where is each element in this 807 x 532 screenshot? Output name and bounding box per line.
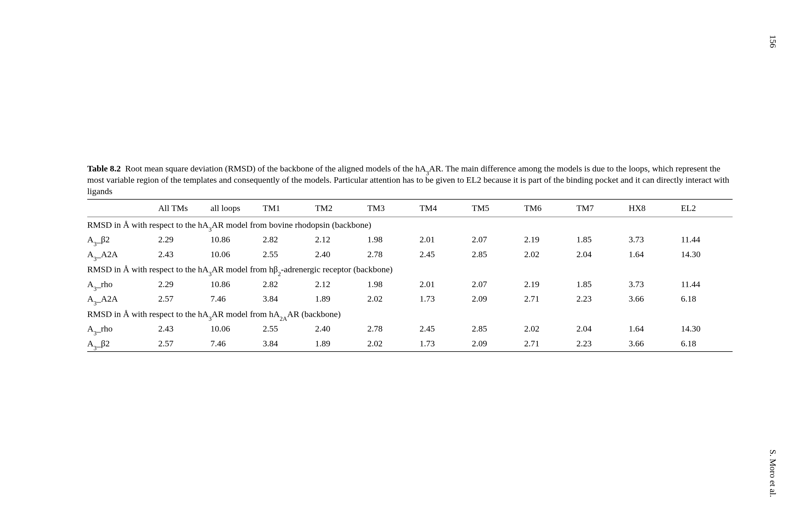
cell-value: 11.44 [681, 232, 733, 247]
cell-value: 2.19 [524, 277, 577, 292]
table-caption: Table 8.2 Root mean square deviation (RM… [87, 163, 733, 197]
cell-value: 2.01 [419, 232, 472, 247]
section-title: RMSD in Å with respect to the hA3AR mode… [87, 262, 733, 277]
table-body: RMSD in Å with respect to the hA3AR mode… [87, 217, 733, 352]
cell-value: 2.85 [472, 247, 524, 262]
cell-value: 2.02 [367, 336, 419, 352]
cell-value: 2.23 [577, 291, 629, 306]
col-header: TM2 [315, 199, 368, 217]
cell-value: 2.57 [158, 336, 210, 352]
cell-value: 2.09 [472, 291, 524, 306]
cell-value: 2.82 [263, 232, 315, 247]
col-header: TM1 [263, 199, 315, 217]
table-row: A3_β22.2910.862.822.121.982.012.072.191.… [87, 232, 733, 247]
table-row: A3_A2A2.4310.062.552.402.782.452.852.022… [87, 247, 733, 262]
cell-value: 1.64 [629, 247, 681, 262]
cell-value: 3.66 [629, 291, 681, 306]
cell-value: 2.02 [524, 247, 577, 262]
cell-value: 1.89 [315, 336, 368, 352]
cell-value: 14.30 [681, 247, 733, 262]
col-header: All TMs [158, 199, 210, 217]
cell-value: 2.45 [419, 247, 472, 262]
cell-value: 2.12 [315, 277, 368, 292]
cell-value: 2.85 [472, 321, 524, 336]
cell-value: 3.73 [629, 277, 681, 292]
cell-value: 2.07 [472, 232, 524, 247]
cell-value: 2.43 [158, 247, 210, 262]
cell-value: 2.09 [472, 336, 524, 352]
col-header [87, 199, 158, 217]
col-header: TM3 [367, 199, 419, 217]
section-title-row: RMSD in Å with respect to the hA3AR mode… [87, 306, 733, 322]
cell-value: 2.57 [158, 291, 210, 306]
table-row: A3_rho2.2910.862.822.121.982.012.072.191… [87, 277, 733, 292]
row-label: A3_A2A [87, 247, 158, 262]
table-row: A3_rho2.4310.062.552.402.782.452.852.022… [87, 321, 733, 336]
cell-value: 2.02 [524, 321, 577, 336]
col-header: TM5 [472, 199, 524, 217]
rmsd-table: All TMs all loops TM1 TM2 TM3 TM4 TM5 TM… [87, 199, 733, 352]
row-label: A3_A2A [87, 291, 158, 306]
table-block: Table 8.2 Root mean square deviation (RM… [87, 163, 733, 352]
cell-value: 3.84 [263, 336, 315, 352]
cell-value: 14.30 [681, 321, 733, 336]
table-caption-text: Root mean square deviation (RMSD) of the… [87, 164, 729, 196]
cell-value: 2.01 [419, 277, 472, 292]
section-title: RMSD in Å with respect to the hA3AR mode… [87, 306, 733, 322]
col-header: EL2 [681, 199, 733, 217]
row-label: A3_β2 [87, 336, 158, 352]
cell-value: 2.78 [367, 321, 419, 336]
cell-value: 1.98 [367, 232, 419, 247]
cell-value: 3.73 [629, 232, 681, 247]
cell-value: 3.66 [629, 336, 681, 352]
cell-value: 2.12 [315, 232, 368, 247]
cell-value: 1.98 [367, 277, 419, 292]
cell-value: 2.45 [419, 321, 472, 336]
cell-value: 7.46 [210, 336, 263, 352]
table-label: Table 8.2 [87, 164, 121, 173]
running-author: S. Moro et al. [768, 450, 778, 497]
cell-value: 2.04 [577, 321, 629, 336]
page-number: 156 [768, 35, 778, 48]
cell-value: 6.18 [681, 291, 733, 306]
row-label: A3_rho [87, 321, 158, 336]
cell-value: 2.40 [315, 321, 368, 336]
cell-value: 10.06 [210, 321, 263, 336]
cell-value: 2.71 [524, 291, 577, 306]
col-header: HX8 [629, 199, 681, 217]
cell-value: 2.29 [158, 277, 210, 292]
cell-value: 7.46 [210, 291, 263, 306]
table-row: A3_β22.577.463.841.892.021.732.092.712.2… [87, 336, 733, 352]
cell-value: 10.86 [210, 232, 263, 247]
cell-value: 2.40 [315, 247, 368, 262]
section-title-row: RMSD in Å with respect to the hA3AR mode… [87, 217, 733, 232]
cell-value: 1.85 [577, 232, 629, 247]
cell-value: 2.29 [158, 232, 210, 247]
col-header: TM4 [419, 199, 472, 217]
table-header-row: All TMs all loops TM1 TM2 TM3 TM4 TM5 TM… [87, 199, 733, 217]
cell-value: 3.84 [263, 291, 315, 306]
cell-value: 11.44 [681, 277, 733, 292]
col-header: all loops [210, 199, 263, 217]
cell-value: 2.55 [263, 321, 315, 336]
cell-value: 2.82 [263, 277, 315, 292]
table-row: A3_A2A2.577.463.841.892.021.732.092.712.… [87, 291, 733, 306]
cell-value: 2.55 [263, 247, 315, 262]
cell-value: 6.18 [681, 336, 733, 352]
row-label: A3_rho [87, 277, 158, 292]
cell-value: 2.71 [524, 336, 577, 352]
cell-value: 1.89 [315, 291, 368, 306]
cell-value: 1.64 [629, 321, 681, 336]
cell-value: 2.43 [158, 321, 210, 336]
section-title: RMSD in Å with respect to the hA3AR mode… [87, 217, 733, 232]
col-header: TM7 [577, 199, 629, 217]
col-header: TM6 [524, 199, 577, 217]
cell-value: 10.06 [210, 247, 263, 262]
cell-value: 2.19 [524, 232, 577, 247]
cell-value: 2.07 [472, 277, 524, 292]
cell-value: 1.73 [419, 336, 472, 352]
cell-value: 2.04 [577, 247, 629, 262]
cell-value: 2.02 [367, 291, 419, 306]
row-label: A3_β2 [87, 232, 158, 247]
cell-value: 2.78 [367, 247, 419, 262]
